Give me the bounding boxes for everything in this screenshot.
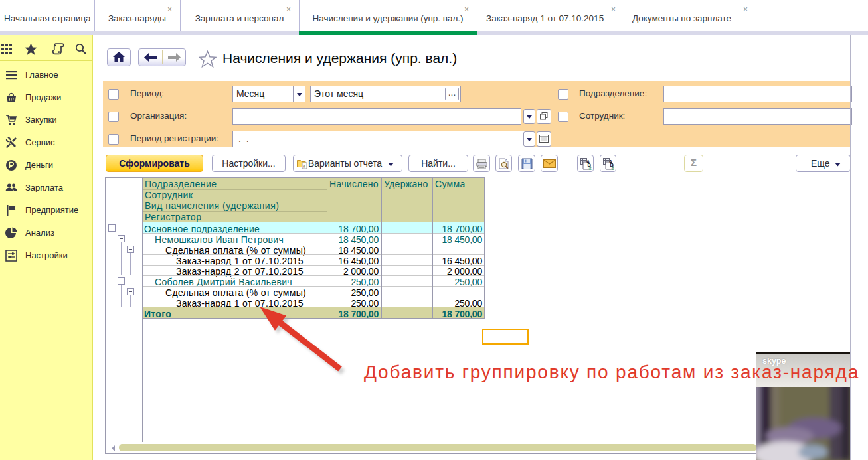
svg-text:C: C bbox=[589, 167, 592, 171]
svg-text:C: C bbox=[612, 167, 615, 171]
